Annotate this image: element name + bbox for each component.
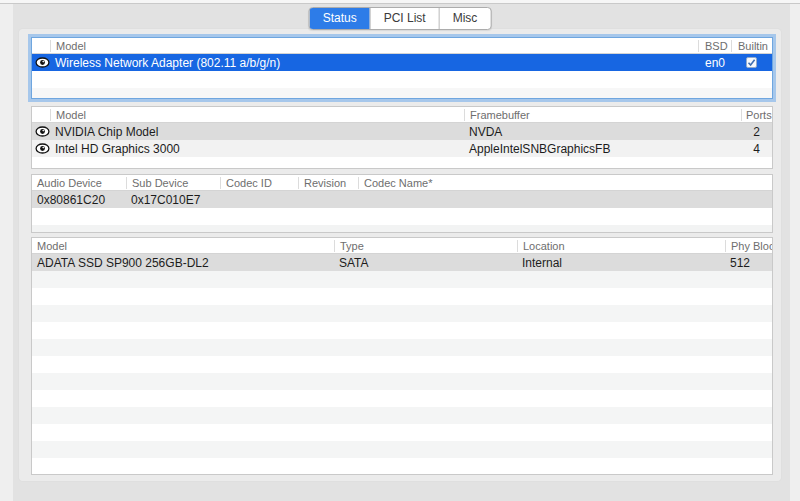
audio-column-revision[interactable]: Revision [298,177,358,189]
network-bsd-cell: en0 [698,56,731,70]
audio-column-device[interactable]: Audio Device [32,177,126,189]
graphics-column-ports[interactable]: Ports [741,109,772,121]
window-edge-right [790,0,800,501]
eye-column-header[interactable] [32,109,50,121]
audio-subdevice-cell: 0x17C010E7 [126,193,220,207]
storage-column-phy-block[interactable]: Phy Block [725,240,772,252]
storage-phy-block-cell: 512 [725,256,772,270]
graphics-column-model[interactable]: Model [50,109,464,121]
storage-location-cell: Internal [517,256,725,270]
network-column-model[interactable]: Model [50,40,698,52]
network-builtin-cell [731,57,772,68]
graphics-row-intel[interactable]: Intel HD Graphics 3000 AppleIntelSNBGrap… [32,140,772,157]
tab-misc[interactable]: Misc [439,8,491,29]
network-empty-rows [32,71,772,99]
storage-row-adata[interactable]: ADATA SSD SP900 256GB-DL2 SATA Internal … [32,254,772,271]
graphics-table[interactable]: Model Framebuffer Ports NVIDIA Chip Mode… [31,106,773,169]
storage-empty-rows [32,271,772,474]
audio-column-codec-id[interactable]: Codec ID [220,177,298,189]
tab-segmented-control: Status PCI List Misc [309,7,492,30]
audio-table-header: Audio Device Sub Device Codec ID Revisio… [32,175,772,191]
storage-table-header: Model Type Location Phy Block [32,238,772,254]
audio-device-cell: 0x80861C20 [32,193,126,207]
audio-row-device[interactable]: 0x80861C20 0x17C010E7 [32,191,772,208]
audio-table[interactable]: Audio Device Sub Device Codec ID Revisio… [31,174,773,233]
storage-type-cell: SATA [334,256,517,270]
graphics-framebuffer-cell: AppleIntelSNBGraphicsFB [464,142,741,156]
audio-column-codec-name[interactable]: Codec Name* [358,177,772,189]
eye-icon [32,143,50,154]
storage-column-location[interactable]: Location [517,240,725,252]
graphics-ports-cell: 4 [741,142,772,156]
builtin-checkbox-checked[interactable] [746,57,757,68]
network-table[interactable]: Model BSD Builtin Wireless Network Adapt… [31,37,773,99]
graphics-column-framebuffer[interactable]: Framebuffer [464,109,741,121]
storage-table[interactable]: Model Type Location Phy Block ADATA SSD … [31,237,773,475]
app-window: Status PCI List Misc Model BSD Builtin [0,0,800,501]
titlebar-bottom-edge [0,0,800,4]
graphics-model-cell: NVIDIA Chip Model [50,125,464,139]
graphics-model-cell: Intel HD Graphics 3000 [50,142,464,156]
audio-column-subdevice[interactable]: Sub Device [126,177,220,189]
network-column-builtin[interactable]: Builtin [731,40,772,52]
graphics-table-header: Model Framebuffer Ports [32,107,772,123]
eye-column-header[interactable] [32,40,50,52]
network-row-wireless[interactable]: Wireless Network Adapter (802.11 a/b/g/n… [32,54,772,71]
window-edge-left [0,0,13,501]
graphics-framebuffer-cell: NVDA [464,125,741,139]
audio-empty-rows [32,208,772,233]
storage-column-type[interactable]: Type [334,240,517,252]
tab-status[interactable]: Status [310,8,370,29]
graphics-ports-cell: 2 [741,125,772,139]
network-model-cell: Wireless Network Adapter (802.11 a/b/g/n… [50,56,698,70]
eye-icon [32,57,50,68]
graphics-row-nvidia[interactable]: NVIDIA Chip Model NVDA 2 [32,123,772,140]
storage-column-model[interactable]: Model [32,240,334,252]
network-column-bsd[interactable]: BSD [698,40,731,52]
storage-model-cell: ADATA SSD SP900 256GB-DL2 [32,256,334,270]
status-panel: Model BSD Builtin Wireless Network Adapt… [18,28,782,482]
eye-icon [32,126,50,137]
checkmark-icon [747,58,756,67]
tab-pci-list[interactable]: PCI List [370,8,439,29]
graphics-empty-rows [32,157,772,169]
network-table-header: Model BSD Builtin [32,38,772,54]
